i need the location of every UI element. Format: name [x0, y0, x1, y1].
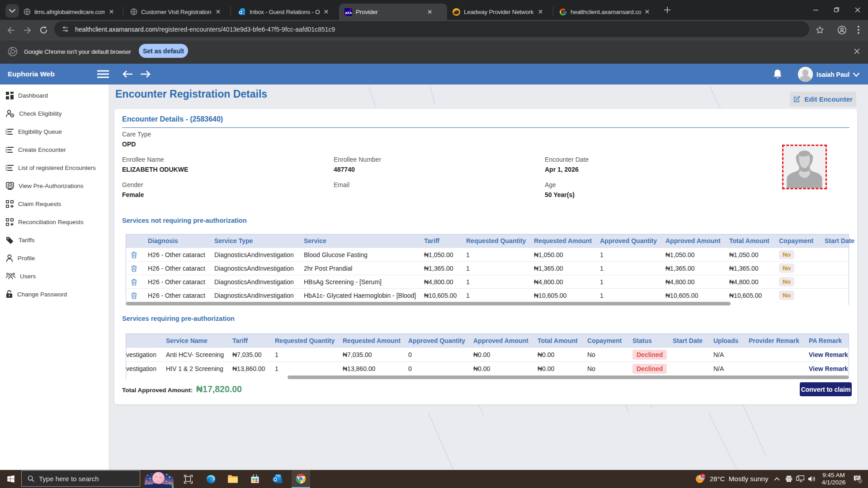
svg-text:1: 1 [702, 474, 704, 478]
svg-text:1: 1 [859, 479, 861, 483]
svg-text:AXA: AXA [345, 10, 352, 14]
